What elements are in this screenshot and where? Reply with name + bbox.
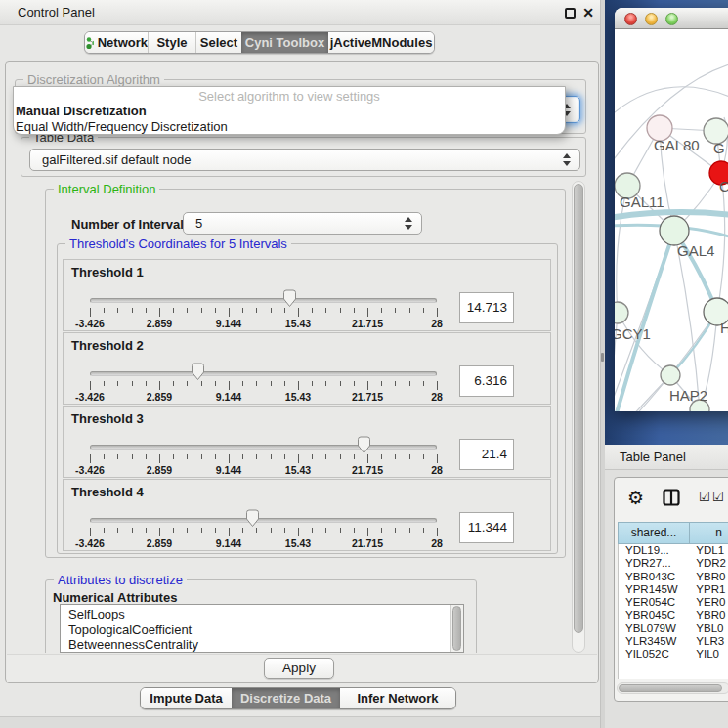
tab-style[interactable]: Style xyxy=(148,32,195,53)
table-row[interactable]: YBR043CYBR0 xyxy=(619,571,728,583)
cyni-toolbox-panel: Discretization Algorithm Select algorith… xyxy=(5,61,599,683)
numerical-attributes-list: SelfLoopsTopologicalCoefficientBetweenne… xyxy=(60,604,464,653)
apply-button[interactable]: Apply xyxy=(264,658,334,679)
slider-ticks xyxy=(90,454,438,464)
tab-jactivemnodules[interactable]: jActiveMNodules xyxy=(328,32,434,53)
control-panel: Control Panel ✕ NetworkStyleSelectCyni T… xyxy=(0,0,600,728)
column-header[interactable]: shared... xyxy=(618,522,690,544)
network-graph: GAL80GCGAL11GAL4GCY1HHAP2 xyxy=(615,29,728,411)
table-row[interactable]: YPR145WYPR1 xyxy=(619,583,728,596)
table-row[interactable]: YBR045CYBR0 xyxy=(619,609,728,621)
bottom-strip xyxy=(0,716,600,728)
zoom-traffic-light-icon[interactable] xyxy=(665,13,678,25)
slider-tick-labels: -3.4262.8599.14415.4321.71528 xyxy=(90,391,438,403)
slider-tick-labels: -3.4262.8599.14415.4321.71528 xyxy=(90,537,438,549)
table-body: YDL19...YDL1YDR27...YDR2YBR043CYBR0YPR14… xyxy=(618,544,728,679)
table-data-group: Table Data galFiltered.sif default node xyxy=(21,137,586,177)
algorithm-option-manual-discretization[interactable]: Manual Discretization xyxy=(14,104,565,119)
algorithm-option-equal-width-frequency-discretization[interactable]: Equal Width/Frequency Discretization xyxy=(14,119,565,135)
close-icon[interactable]: ✕ xyxy=(582,4,594,21)
slider-thumb[interactable] xyxy=(357,436,371,454)
close-traffic-light-icon[interactable] xyxy=(624,13,637,25)
tab-network[interactable]: Network xyxy=(85,32,148,53)
table-row[interactable]: YDR27...YDR2 xyxy=(619,557,728,570)
stepper-arrows-icon xyxy=(405,217,412,230)
group-label: Threshold's Coordinates for 5 Intervals xyxy=(65,236,291,251)
node-label: GAL11 xyxy=(620,193,664,210)
slider-ticks xyxy=(90,528,438,537)
slider-thumb[interactable] xyxy=(282,289,297,308)
tab-select[interactable]: Select xyxy=(195,32,241,53)
right-region: GAL80GCGAL11GAL4GCY1HHAP2 Table Panel ⚙ … xyxy=(605,0,728,728)
column-header[interactable]: n xyxy=(690,522,728,544)
settings-scroll-area: Interval Definition Number of Intervals … xyxy=(13,181,571,653)
threshold-value-input[interactable]: 11.344 xyxy=(459,512,514,543)
tab-cyni-toolbox[interactable]: Cyni Toolbox xyxy=(241,32,328,53)
network-icon xyxy=(85,36,94,50)
threshold-label: Threshold 4 xyxy=(71,485,144,499)
settings-vertical-scrollbar[interactable] xyxy=(572,181,585,653)
table-data-combobox[interactable]: galFiltered.sif default node xyxy=(29,149,580,171)
table-panel-titlebar: Table Panel xyxy=(605,445,728,470)
num-intervals-label: Number of Intervals xyxy=(71,217,191,232)
threshold-label: Threshold 1 xyxy=(71,265,144,279)
threshold-panel-2: Threshold 2-3.4262.8599.14415.4321.71528… xyxy=(63,332,551,405)
node-label: GAL80 xyxy=(654,137,700,153)
table-row[interactable]: YIL052CYIL0 xyxy=(619,648,728,661)
checkbox-icon[interactable]: ☑ xyxy=(712,490,724,504)
top-tab-bar: NetworkStyleSelectCyni ToolboxjActiveMNo… xyxy=(84,31,435,54)
table-toolbar: ⚙ ☑ ☑ xyxy=(615,484,728,513)
slider-track[interactable] xyxy=(90,371,437,376)
num-intervals-combobox[interactable]: 5 xyxy=(183,212,422,235)
algorithm-dropdown-popup: Select algorithm to view settings Manual… xyxy=(13,86,566,135)
node-hap2[interactable] xyxy=(661,365,680,385)
list-item[interactable]: BetweennessCentrality xyxy=(68,637,450,652)
bottom-tab-bar: Impute DataDiscretize DataInfer Network xyxy=(140,687,456,709)
threshold-value-input[interactable]: 21.4 xyxy=(459,439,514,470)
tab-discretize-data[interactable]: Discretize Data xyxy=(232,688,340,708)
minimize-traffic-light-icon[interactable] xyxy=(645,13,658,25)
panel-title: Control Panel xyxy=(18,0,95,25)
table-horizontal-scrollbar[interactable] xyxy=(617,682,728,694)
node-label: GCY1 xyxy=(615,325,651,342)
node-label: HAP2 xyxy=(669,387,707,404)
divider-grip-icon[interactable] xyxy=(601,353,604,362)
table-row[interactable]: YDL19...YDL1 xyxy=(619,544,728,557)
threshold-label: Threshold 3 xyxy=(71,411,144,426)
slider-tick-labels: -3.4262.8599.14415.4321.71528 xyxy=(90,464,438,476)
slider-ticks xyxy=(90,308,438,318)
list-item[interactable]: TopologicalCoefficient xyxy=(68,622,450,638)
table-row[interactable]: YER054CYER0 xyxy=(619,596,728,609)
slider-track[interactable] xyxy=(90,298,437,303)
tab-impute-data[interactable]: Impute Data xyxy=(141,688,232,708)
slider-thumb[interactable] xyxy=(191,363,205,381)
network-window: GAL80GCGAL11GAL4GCY1HHAP2 xyxy=(615,8,728,411)
slider-track[interactable] xyxy=(90,518,437,523)
checkbox-icon[interactable]: ☑ xyxy=(699,490,710,504)
list-item[interactable]: SelfLoops xyxy=(68,607,450,622)
threshold-value-input[interactable]: 6.316 xyxy=(459,365,514,397)
node-gcy1[interactable] xyxy=(615,302,628,323)
threshold-panel-4: Threshold 4-3.4262.8599.14415.4321.71528… xyxy=(63,479,551,551)
threshold-value-input[interactable]: 14.713 xyxy=(459,292,514,323)
table-panel: ⚙ ☑ ☑ shared... n YDL19...YDL1YDR27...YD… xyxy=(614,477,728,702)
slider-track[interactable] xyxy=(90,445,437,450)
threshold-panel-1: Threshold 1-3.4262.8599.14415.4321.71528… xyxy=(63,259,551,331)
network-canvas[interactable]: GAL80GCGAL11GAL4GCY1HHAP2 xyxy=(615,29,728,411)
stepper-arrows-icon xyxy=(563,153,571,166)
group-label: Discretization Algorithm xyxy=(23,72,164,87)
split-columns-icon[interactable] xyxy=(663,489,680,506)
table-row[interactable]: YLR345WYLR3 xyxy=(619,635,728,648)
table-header-row: shared... n xyxy=(618,522,728,544)
threshold-panel-3: Threshold 3-3.4262.8599.14415.4321.71528… xyxy=(63,406,551,478)
node-gal4[interactable] xyxy=(660,216,689,245)
slider-thumb[interactable] xyxy=(245,509,260,528)
tab-infer-network[interactable]: Infer Network xyxy=(340,688,455,708)
numerical-attributes-label: Numerical Attributes xyxy=(53,590,177,605)
float-window-icon[interactable] xyxy=(565,8,576,19)
attributes-scrollbar[interactable] xyxy=(450,605,463,652)
apply-bar: Apply xyxy=(7,654,597,682)
gear-icon[interactable]: ⚙ xyxy=(627,486,644,511)
popup-placeholder: Select algorithm to view settings xyxy=(14,89,565,104)
table-row[interactable]: YBL079WYBL0 xyxy=(619,622,728,635)
